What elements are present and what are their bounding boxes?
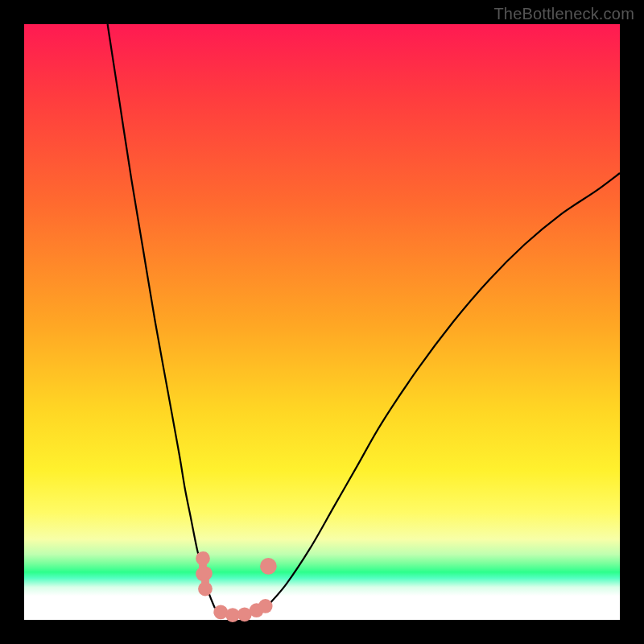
data-point <box>198 566 213 580</box>
data-point <box>213 605 228 620</box>
data-point <box>196 551 210 566</box>
data-point <box>258 599 273 613</box>
watermark-text: TheBottleneck.com <box>493 5 634 23</box>
chart-svg <box>24 24 620 620</box>
curve-markers <box>196 551 277 622</box>
chart-outer-frame: TheBottleneck.com <box>0 0 644 644</box>
chart-plot-area <box>24 24 620 620</box>
curve-left-branch <box>108 24 215 608</box>
data-point <box>260 558 277 575</box>
curve-right-branch <box>268 173 620 605</box>
data-point <box>198 582 213 597</box>
